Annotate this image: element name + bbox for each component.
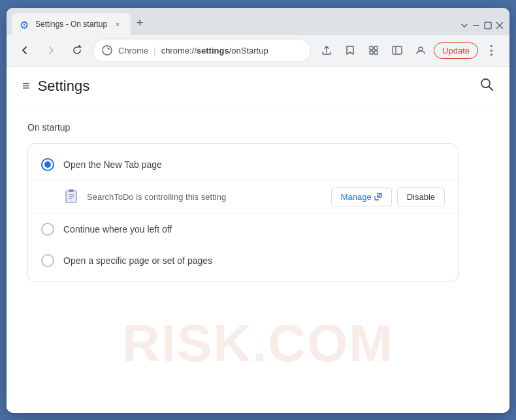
- browser-window: ⚙ Settings - On startup × +: [7, 8, 509, 413]
- option-continue-label: Continue where you left off: [63, 224, 445, 234]
- menu-icon[interactable]: ≡: [22, 78, 30, 93]
- settings-main: On startup Open the New Tab page: [7, 106, 509, 413]
- active-tab[interactable]: ⚙ Settings - On startup ×: [12, 13, 131, 35]
- maximize-button[interactable]: [483, 21, 492, 30]
- more-menu-button[interactable]: ⋮: [481, 40, 502, 61]
- disable-button[interactable]: Disable: [397, 187, 445, 206]
- tab-close-button[interactable]: ×: [112, 19, 123, 29]
- settings-header: ≡ Settings: [7, 67, 509, 106]
- share-button[interactable]: [316, 40, 337, 61]
- address-url: chrome://settings/onStartup: [161, 46, 268, 56]
- address-bar[interactable]: Chrome | chrome://settings/onStartup: [93, 39, 311, 62]
- svg-point-4: [103, 46, 112, 55]
- external-link-icon: [374, 193, 382, 201]
- svg-rect-15: [69, 189, 74, 192]
- reload-button[interactable]: [67, 40, 88, 61]
- secure-icon: [101, 44, 113, 56]
- svg-line-20: [378, 193, 381, 197]
- forward-button[interactable]: [40, 40, 61, 61]
- svg-rect-7: [370, 51, 373, 54]
- option-new-tab[interactable]: Open the New Tab page: [28, 149, 458, 180]
- title-bar: ⚙ Settings - On startup × +: [7, 8, 509, 35]
- tab-title: Settings - On startup: [35, 20, 107, 29]
- option-specific-page[interactable]: Open a specific page or set of pages: [28, 245, 458, 276]
- tab-favicon: ⚙: [20, 19, 30, 29]
- extension-actions: Manage Disable: [331, 187, 445, 206]
- svg-rect-8: [374, 51, 378, 54]
- svg-rect-6: [374, 46, 378, 50]
- section-title: On startup: [27, 122, 489, 133]
- extension-control-text: SearchToDo is controlling this setting: [87, 192, 323, 202]
- settings-left: ≡ Settings: [22, 78, 89, 95]
- radio-new-tab[interactable]: [41, 158, 54, 171]
- svg-line-13: [489, 86, 493, 90]
- update-button[interactable]: Update: [434, 42, 478, 59]
- tab-search-button[interactable]: [460, 21, 469, 30]
- radio-continue[interactable]: [41, 223, 54, 236]
- settings-title: Settings: [38, 78, 90, 95]
- toolbar-actions: Update ⋮: [316, 40, 502, 61]
- toolbar: Chrome | chrome://settings/onStartup: [7, 35, 509, 67]
- window-controls: [460, 21, 504, 30]
- address-browser-name: Chrome: [118, 46, 148, 56]
- new-tab-button[interactable]: +: [131, 14, 149, 33]
- svg-point-11: [419, 47, 423, 51]
- option-continue[interactable]: Continue where you left off: [28, 214, 458, 245]
- option-specific-page-label: Open a specific page or set of pages: [63, 255, 445, 266]
- profile-button[interactable]: [410, 40, 431, 61]
- back-button[interactable]: [14, 40, 35, 61]
- options-card: Open the New Tab page SearchToDo is cont…: [27, 143, 459, 282]
- svg-rect-1: [485, 22, 491, 29]
- settings-search-icon[interactable]: [479, 77, 494, 95]
- svg-rect-9: [393, 46, 402, 54]
- extension-icon: [63, 189, 79, 204]
- sidebar-button[interactable]: [387, 40, 408, 61]
- tab-area: ⚙ Settings - On startup × +: [12, 13, 457, 35]
- radio-specific-page[interactable]: [41, 254, 54, 267]
- manage-button[interactable]: Manage: [331, 187, 392, 206]
- extensions-button[interactable]: [363, 40, 384, 61]
- minimize-button[interactable]: [472, 21, 481, 30]
- bookmark-button[interactable]: [340, 40, 361, 61]
- address-separator: |: [153, 46, 155, 56]
- page-content: RISK.COM ≡ Settings On startup Open the …: [7, 67, 509, 413]
- radio-inner-new-tab: [44, 161, 51, 168]
- extension-row: SearchToDo is controlling this setting M…: [28, 180, 458, 214]
- svg-rect-5: [370, 46, 373, 50]
- option-new-tab-label: Open the New Tab page: [63, 159, 445, 170]
- close-button[interactable]: [495, 21, 504, 30]
